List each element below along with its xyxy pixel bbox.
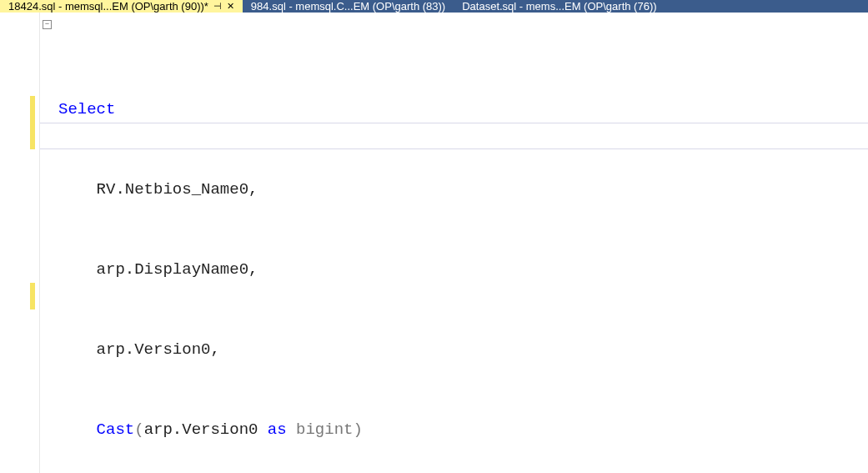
document-tabbar: 18424.sql - memsql...EM (OP\garth (90))*… bbox=[0, 0, 868, 13]
code-text: RV.Netbios_Name0, bbox=[58, 180, 258, 199]
modification-marker bbox=[30, 96, 35, 123]
code-text: arp.DisplayName0, bbox=[58, 260, 258, 279]
tab-label: 18424.sql - memsql...EM (OP\garth (90))* bbox=[8, 0, 208, 13]
code-text: Cast(arp.Version0 as bigint) bbox=[58, 420, 363, 439]
sql-keyword: Select bbox=[58, 100, 115, 118]
tab-file-984[interactable]: 984.sql - memsql.C...EM (OP\garth (83)) bbox=[243, 0, 454, 13]
current-line-highlight bbox=[40, 123, 868, 149]
pin-icon[interactable]: ⊣ bbox=[213, 2, 222, 11]
code-text: arp.Version0, bbox=[58, 340, 220, 359]
modification-marker bbox=[30, 283, 35, 309]
collapse-toggle-icon[interactable]: − bbox=[43, 20, 52, 29]
tab-file-18424[interactable]: 18424.sql - memsql...EM (OP\garth (90))*… bbox=[0, 0, 243, 13]
modification-marker bbox=[30, 123, 35, 149]
code-content[interactable]: Select RV.Netbios_Name0, arp.DisplayName… bbox=[40, 13, 868, 473]
editor-gutter bbox=[0, 13, 40, 473]
close-icon[interactable]: ✕ bbox=[227, 2, 234, 11]
tab-label: Dataset.sql - mems...EM (OP\garth (76)) bbox=[462, 0, 656, 13]
code-editor[interactable]: − Select RV.Netbios_Name0, arp.DisplayNa… bbox=[0, 13, 868, 473]
tab-file-dataset[interactable]: Dataset.sql - mems...EM (OP\garth (76)) bbox=[454, 0, 665, 13]
tab-label: 984.sql - memsql.C...EM (OP\garth (83)) bbox=[251, 0, 445, 13]
